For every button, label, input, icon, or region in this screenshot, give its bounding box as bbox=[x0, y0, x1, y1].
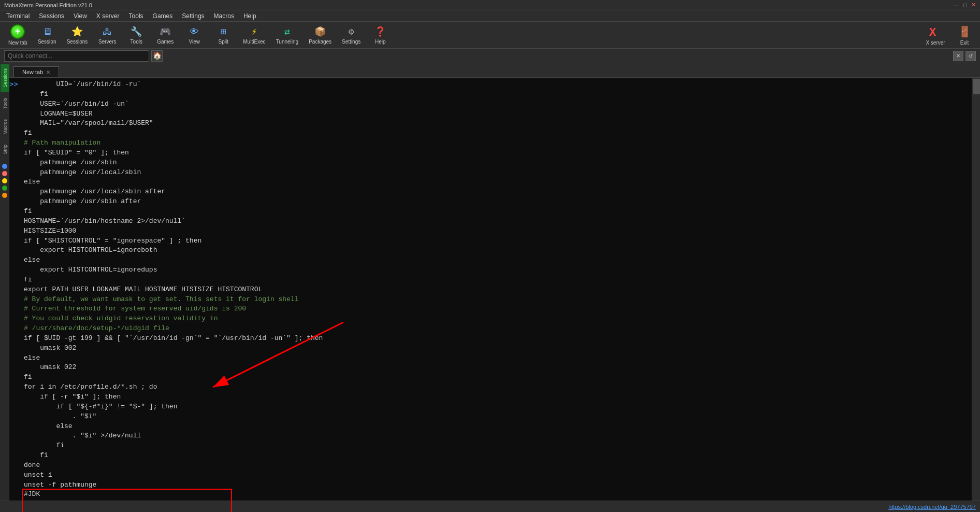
sidebar-dots bbox=[0, 164, 9, 198]
term-line: . "$i" bbox=[24, 412, 976, 422]
new-tab-label: New tab bbox=[8, 40, 27, 46]
maximize-button[interactable]: □ bbox=[963, 2, 967, 8]
term-line: fi bbox=[24, 275, 976, 285]
packages-button[interactable]: 📦 Packages bbox=[305, 23, 336, 47]
term-line-comment: # You could check uidgid reservation val… bbox=[24, 314, 976, 324]
menu-view[interactable]: View bbox=[69, 11, 91, 21]
term-line-jdk: #JDK bbox=[24, 490, 230, 500]
menu-xserver[interactable]: X server bbox=[92, 11, 124, 21]
help-label: Help bbox=[375, 39, 386, 45]
new-tab-button[interactable]: + New tab bbox=[4, 22, 32, 48]
sidebar-tools-label: Tools bbox=[3, 98, 8, 109]
term-line-comment: # By default, we want umask to get set. … bbox=[24, 295, 976, 305]
menu-sessions[interactable]: Sessions bbox=[35, 11, 68, 21]
term-line: else bbox=[24, 177, 976, 187]
term-line: export HISTCONTROL=ignoreboth bbox=[24, 246, 976, 255]
term-line: LOGNAME=$USER bbox=[24, 109, 976, 119]
sidebar-tab-sessions[interactable]: Sessions bbox=[1, 64, 10, 92]
term-line: fi bbox=[24, 373, 976, 382]
terminal-output[interactable]: >> UID=`/usr/bin/id -ru` fi USER=`/usr/b… bbox=[9, 78, 980, 512]
menu-settings[interactable]: Settings bbox=[178, 11, 208, 21]
menu-games[interactable]: Games bbox=[149, 11, 177, 21]
blue-dot bbox=[2, 164, 7, 169]
sidebar-macros-label: Macros bbox=[3, 119, 8, 135]
titlebar: MobaXterm Personal Edition v21.0 — □ ✕ bbox=[0, 0, 980, 10]
split-button[interactable]: ⊞ Split bbox=[210, 23, 237, 47]
minimize-button[interactable]: — bbox=[954, 2, 959, 8]
exit-label: Exit bbox=[960, 40, 969, 46]
scrollbar-thumb[interactable] bbox=[973, 79, 980, 94]
term-line: export PATH USER LOGNAME MAIL HOSTNAME H… bbox=[24, 285, 976, 295]
menubar: Terminal Sessions View X server Tools Ga… bbox=[0, 10, 980, 22]
quickconnect-bar: 🏠 ✕ ↺ bbox=[0, 49, 980, 63]
new-tab-icon: + bbox=[10, 24, 25, 39]
quickconnect-input[interactable] bbox=[4, 50, 149, 62]
yellow-dot bbox=[2, 178, 7, 183]
xserver-label: X server bbox=[926, 40, 945, 46]
terminal-scrollbar[interactable] bbox=[972, 78, 980, 501]
tools-button[interactable]: 🔧 Tools bbox=[123, 23, 150, 47]
term-line: pathmunge /usr/sbin after bbox=[24, 197, 976, 207]
session-tab-0[interactable]: New tab ✕ bbox=[13, 66, 59, 77]
menu-tools[interactable]: Tools bbox=[125, 11, 148, 21]
view-icon: 👁 bbox=[188, 25, 200, 38]
servers-button[interactable]: 🖧 Servers bbox=[94, 23, 121, 47]
term-line: if [ "$HISTCONTROL" = "ignorespace" ] ; … bbox=[24, 236, 976, 246]
sidebar-tab-macros[interactable]: Macros bbox=[1, 115, 10, 139]
tools-label: Tools bbox=[131, 39, 142, 45]
menu-help[interactable]: Help bbox=[239, 11, 261, 21]
exit-button[interactable]: 🚪 Exit bbox=[953, 22, 976, 48]
tools-icon: 🔧 bbox=[130, 25, 142, 38]
terminal-wrapper: New tab ✕ >> UID=`/usr/bin/id -ru` fi US… bbox=[9, 63, 980, 512]
term-line: pathmunge /usr/sbin bbox=[24, 158, 976, 168]
menu-terminal[interactable]: Terminal bbox=[2, 11, 34, 21]
sessions-button[interactable]: ⭐ Sessions bbox=[63, 23, 92, 47]
refresh-session-button[interactable]: ↺ bbox=[965, 51, 976, 61]
settings-button[interactable]: ⚙ Settings bbox=[338, 23, 365, 47]
svg-text:X: X bbox=[929, 26, 936, 39]
session-tab-close-0[interactable]: ✕ bbox=[46, 69, 50, 75]
session-tab-label-0: New tab bbox=[22, 69, 43, 75]
games-icon: 🎮 bbox=[159, 25, 171, 38]
tunneling-button[interactable]: ⇄ Tunneling bbox=[272, 23, 303, 47]
sessions-icon: ⭐ bbox=[71, 25, 83, 38]
packages-label: Packages bbox=[309, 39, 332, 45]
term-line-comment: # Path manipulation bbox=[24, 138, 976, 148]
close-session-button[interactable]: ✕ bbox=[953, 51, 963, 61]
sessions-label: Sessions bbox=[67, 39, 88, 45]
help-button[interactable]: ❓ Help bbox=[367, 23, 394, 47]
term-line: if [ -r "$i" ]; then bbox=[24, 392, 976, 402]
tunneling-label: Tunneling bbox=[276, 39, 299, 45]
red-dot bbox=[2, 171, 7, 176]
menu-macros[interactable]: Macros bbox=[210, 11, 238, 21]
games-label: Games bbox=[157, 39, 174, 45]
term-line: fi bbox=[24, 129, 976, 138]
titlebar-controls: — □ ✕ bbox=[954, 2, 976, 8]
games-button[interactable]: 🎮 Games bbox=[152, 23, 179, 47]
view-button[interactable]: 👁 View bbox=[181, 23, 208, 47]
split-label: Split bbox=[219, 39, 228, 45]
close-button[interactable]: ✕ bbox=[971, 2, 976, 8]
term-line: fi bbox=[24, 90, 976, 99]
term-line: else bbox=[24, 255, 976, 265]
session-tabs: New tab ✕ bbox=[9, 63, 980, 78]
sidebar-sessions-label: Sessions bbox=[3, 68, 8, 88]
term-line: fi bbox=[24, 451, 976, 461]
exit-icon: 🚪 bbox=[957, 24, 972, 39]
toolbar-right: X X server 🚪 Exit bbox=[920, 22, 976, 48]
session-button[interactable]: 🖥 Session bbox=[34, 23, 61, 47]
sidebar-tab-tools[interactable]: Tools bbox=[1, 94, 10, 113]
multiexec-icon: ⚡ bbox=[248, 25, 261, 38]
sidebar-tab-strip[interactable]: Strip bbox=[1, 140, 10, 159]
quickconnect-home-button[interactable]: 🏠 bbox=[151, 50, 163, 62]
help-icon: ❓ bbox=[374, 25, 386, 38]
term-line: done bbox=[24, 461, 976, 471]
status-url[interactable]: https://blog.csdn.net/qq_29775797 bbox=[888, 504, 976, 510]
multiexec-button[interactable]: ⚡ MultiExec bbox=[239, 23, 269, 47]
term-line: fi bbox=[24, 441, 976, 451]
xserver-button[interactable]: X X server bbox=[920, 22, 951, 48]
servers-icon: 🖧 bbox=[101, 25, 113, 38]
term-line-comment: # /usr/share/doc/setup-*/uidgid file bbox=[24, 324, 976, 334]
settings-label: Settings bbox=[342, 39, 361, 45]
main-area: Sessions Tools Macros Strip New tab ✕ bbox=[0, 63, 980, 512]
